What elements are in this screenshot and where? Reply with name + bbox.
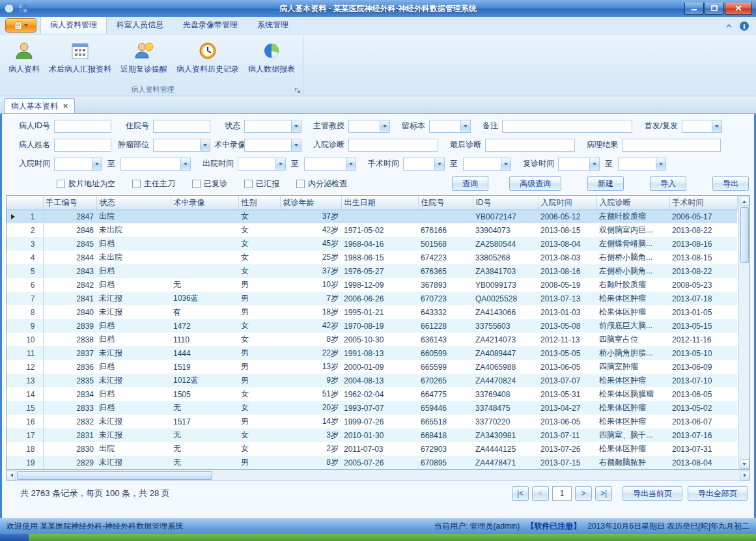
row-indicator[interactable]: 13 (7, 374, 43, 387)
table-cell[interactable]: 女 (238, 264, 280, 278)
table-cell[interactable]: 2013-08-16 (669, 237, 737, 251)
checkbox-revisited[interactable]: 已复诊 (192, 178, 227, 189)
table-row[interactable]: 112837未汇报1444男22岁1991-08-13660599ZA40894… (7, 346, 737, 360)
table-cell[interactable]: 1976-05-27 (341, 264, 418, 278)
table-cell[interactable]: 659446 (418, 401, 473, 415)
scroll-down-icon[interactable] (740, 459, 749, 469)
table-cell[interactable]: 男 (238, 456, 280, 469)
table-cell[interactable]: 未汇报 (96, 374, 171, 387)
table-row[interactable]: 22846未出院女42岁1971-05-02676166339040732013… (7, 223, 737, 237)
row-indicator[interactable]: 5 (7, 264, 43, 278)
table-cell[interactable]: 2006-05-12 (538, 210, 596, 223)
grid-column-header[interactable]: 就诊年龄 (280, 196, 341, 210)
table-cell[interactable]: 2829 (43, 456, 96, 469)
table-cell[interactable]: 14岁 (280, 415, 341, 428)
page-number-input[interactable] (552, 486, 572, 501)
dropdown-arrow-icon[interactable] (589, 158, 599, 170)
table-cell[interactable]: ZA4143066 (473, 305, 538, 319)
table-cell[interactable]: 男 (238, 346, 280, 360)
table-cell[interactable]: 2013-05-10 (669, 346, 737, 360)
table-cell[interactable]: 松果体区肿瘤 (596, 442, 669, 456)
patient-name-input[interactable] (54, 139, 111, 152)
admission-no-input[interactable] (153, 120, 210, 133)
table-cell[interactable]: 女 (238, 387, 280, 401)
table-cell[interactable]: 四脑室肿瘤 (596, 360, 669, 374)
patient-history-button[interactable]: 病人资料历史记录 (172, 38, 244, 76)
table-row[interactable]: 152833归档无女20岁1993-07-0765944633748475201… (7, 401, 737, 415)
table-cell[interactable]: 2013-08-15 (538, 223, 596, 237)
row-indicator[interactable]: 2 (7, 223, 43, 237)
table-cell[interactable]: 2843 (43, 264, 96, 278)
table-cell[interactable]: 2013-08-22 (669, 223, 737, 237)
table-cell[interactable]: 2013-08-04 (669, 456, 737, 469)
table-cell[interactable]: 2008-05-19 (538, 278, 596, 292)
table-cell[interactable]: 男 (238, 374, 280, 387)
dropdown-arrow-icon[interactable] (501, 158, 511, 170)
table-cell[interactable]: 四脑室、脑干... (596, 428, 669, 442)
table-cell[interactable]: ZA4065988 (473, 360, 538, 374)
table-cell[interactable]: 2013-07-18 (669, 292, 737, 305)
table-cell[interactable]: 665518 (418, 415, 473, 428)
table-row[interactable]: 72841未汇报1036蓝男7岁2006-06-26670723QA002552… (7, 292, 737, 305)
table-cell[interactable]: 出院 (96, 210, 171, 223)
table-cell[interactable]: 2013-08-16 (538, 264, 596, 278)
table-cell[interactable]: 女 (238, 223, 280, 237)
close-button[interactable] (725, 3, 752, 15)
table-cell[interactable]: 左侧蝶骨嵴脑... (596, 237, 669, 251)
remark-input[interactable] (502, 120, 632, 133)
dropdown-arrow-icon[interactable] (291, 120, 301, 132)
status-combo[interactable] (244, 120, 301, 133)
table-cell[interactable]: 无 (171, 456, 238, 469)
table-cell[interactable]: 桥小脑角胆脂... (596, 346, 669, 360)
table-cell[interactable]: 女 (238, 333, 280, 346)
dropdown-arrow-icon[interactable] (656, 158, 665, 170)
row-indicator[interactable]: 6 (7, 278, 43, 292)
minimize-button[interactable] (684, 3, 704, 15)
table-cell[interactable]: 男 (238, 305, 280, 319)
table-cell[interactable]: 643332 (418, 305, 473, 319)
table-cell[interactable]: 2837 (43, 346, 96, 360)
tab-close-icon[interactable]: × (63, 102, 68, 111)
table-cell[interactable]: 1993-07-07 (341, 401, 418, 415)
table-row[interactable]: 122836归档1519男13岁2000-01-09665599ZA406598… (7, 360, 737, 374)
table-cell[interactable]: 未出院 (96, 251, 171, 264)
table-cell[interactable]: 51岁 (280, 387, 341, 401)
table-cell[interactable]: 10岁 (280, 278, 341, 292)
table-row[interactable]: 12847出院女37岁YB00721472006-05-12左额叶胶质瘤2006… (7, 210, 737, 223)
surgery-time-to-combo[interactable] (463, 158, 511, 171)
table-row[interactable]: 32845归档女45岁1968-04-16501568ZA25805442013… (7, 237, 737, 251)
table-cell[interactable]: 1998-12-09 (341, 278, 418, 292)
table-cell[interactable]: 665599 (418, 360, 473, 374)
table-cell[interactable]: 672903 (418, 442, 473, 456)
table-cell[interactable]: 男 (238, 292, 280, 305)
table-cell[interactable]: 无 (171, 401, 238, 415)
table-row[interactable]: 102838归档1110女8岁2005-10-30636143ZA4214073… (7, 333, 737, 346)
row-indicator[interactable]: 18 (7, 442, 43, 456)
table-cell[interactable]: 2013-01-03 (538, 305, 596, 319)
grid-column-header[interactable]: ID号 (473, 196, 538, 210)
table-cell[interactable]: ZA3841703 (473, 264, 538, 278)
table-cell[interactable] (341, 210, 418, 223)
table-cell[interactable]: 20岁 (280, 401, 341, 415)
table-cell[interactable]: 2013-07-31 (669, 442, 737, 456)
table-cell[interactable]: 2005-07-26 (341, 456, 418, 469)
table-cell[interactable]: 松果体区肿瘤 (596, 401, 669, 415)
table-cell[interactable]: 1110 (171, 333, 238, 346)
table-cell[interactable]: 676365 (418, 264, 473, 278)
table-cell[interactable]: 1968-04-16 (341, 237, 418, 251)
table-cell[interactable]: 664775 (418, 387, 473, 401)
dropdown-arrow-icon[interactable] (712, 120, 721, 132)
table-cell[interactable]: 无 (171, 428, 238, 442)
new-button[interactable]: 新建 (587, 176, 624, 191)
table-cell[interactable]: 无 (171, 442, 238, 456)
table-cell[interactable]: 2013-07-13 (538, 292, 596, 305)
table-cell[interactable]: 左侧桥小脑角... (596, 264, 669, 278)
dialog-launcher-icon[interactable] (294, 87, 301, 94)
table-row[interactable]: 192829未汇报无男8岁2005-07-26670895ZA447847120… (7, 456, 737, 469)
first-recur-combo[interactable] (682, 120, 722, 133)
table-cell[interactable]: 22岁 (280, 346, 341, 360)
ribbon-tab-patient-management[interactable]: 病人资料管理 (40, 16, 107, 34)
table-cell[interactable]: 男 (238, 415, 280, 428)
table-cell[interactable]: 2013-01-05 (669, 305, 737, 319)
table-cell[interactable]: 未汇报 (96, 292, 171, 305)
